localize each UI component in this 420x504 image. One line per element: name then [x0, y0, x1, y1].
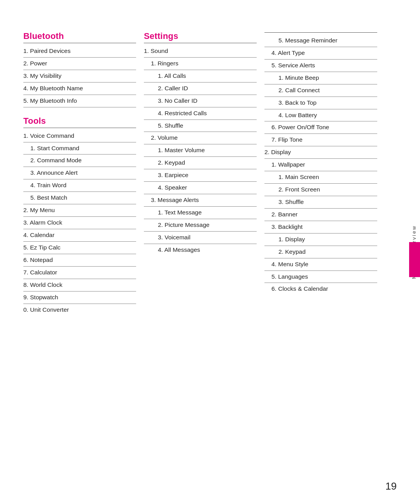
menu-item: 4. My Bluetooth Name [23, 83, 136, 95]
menu-item: 2. Picture Message [144, 219, 257, 232]
menu-item: 7. Flip Tone [264, 134, 377, 146]
section-title: Settings [144, 31, 257, 41]
menu-item: 2. Keypad [264, 246, 377, 258]
menu-item: 2. My Menu [23, 204, 136, 217]
menu-item: 5. Ez Tip Calc [23, 242, 136, 254]
column-2: Settings1. Sound1. Ringers1. All Calls2.… [144, 31, 264, 316]
menu-item: 5. Service Alerts [264, 60, 377, 72]
menu-item: 4. Menu Style [264, 258, 377, 271]
menu-item: 1. Start Command [23, 142, 136, 155]
columns-wrapper: Bluetooth1. Paired Devices2. Power3. My … [23, 31, 397, 316]
menu-item: 7. Calculator [23, 267, 136, 279]
menu-item: 5. Message Reminder [264, 35, 377, 47]
section-title: Tools [23, 116, 136, 126]
menu-item: 1. Wallpaper [264, 159, 377, 171]
column-3: 5. Message Reminder4. Alert Type5. Servi… [264, 31, 397, 316]
menu-item: 1. Text Message [144, 207, 257, 219]
menu-item: 1. Ringers [144, 58, 257, 70]
menu-item: 0. Unit Converter [23, 304, 136, 316]
menu-item: 4. Calendar [23, 229, 136, 242]
menu-item: 5. Shuffle [144, 120, 257, 132]
menu-item: 2. Call Connect [264, 84, 377, 97]
menu-item: 4. Restricted Calls [144, 107, 257, 120]
menu-item: 4. Speaker [144, 182, 257, 194]
menu-item: 3. Back to Top [264, 97, 377, 109]
menu-item: 2. Caller ID [144, 83, 257, 95]
menu-item: 2. Power [23, 58, 136, 70]
section-divider [144, 43, 257, 43]
section-title: Bluetooth [23, 31, 136, 41]
menu-item: 1. Display [264, 234, 377, 246]
menu-item: 6. Power On/Off Tone [264, 121, 377, 134]
menu-item: 1. Paired Devices [23, 45, 136, 58]
menu-item: 2. Keypad [144, 157, 257, 169]
page-number: 19 [385, 480, 397, 492]
menu-item: 1. All Calls [144, 70, 257, 83]
menu-item: 8. World Clock [23, 279, 136, 292]
menu-item: 1. Main Screen [264, 171, 377, 184]
section-spacer [23, 107, 136, 116]
column-1: Bluetooth1. Paired Devices2. Power3. My … [23, 31, 144, 316]
menu-item: 5. My Bluetooth Info [23, 95, 136, 107]
menu-item: 5. Languages [264, 271, 377, 283]
menu-item: 2. Volume [144, 132, 257, 144]
sidebar-tab [409, 242, 420, 277]
menu-item: 5. Best Match [23, 192, 136, 204]
menu-item: 2. Front Screen [264, 184, 377, 196]
menu-item: 9. Stopwatch [23, 292, 136, 304]
menu-item: 4. All Messages [144, 244, 257, 256]
menu-item: 2. Banner [264, 209, 377, 221]
menu-item: 3. Message Alerts [144, 194, 257, 207]
menu-item: 1. Master Volume [144, 144, 257, 157]
menu-item: 1. Voice Command [23, 130, 136, 142]
menu-item: 6. Notepad [23, 254, 136, 267]
menu-item: 3. Backlight [264, 221, 377, 234]
menu-item: 3. Voicemail [144, 232, 257, 244]
menu-item: 4. Alert Type [264, 47, 377, 60]
menu-item: 3. Earpiece [144, 169, 257, 182]
menu-item: 4. Train Word [23, 179, 136, 192]
page-container: Bluetooth1. Paired Devices2. Power3. My … [0, 0, 420, 504]
menu-item: 6. Clocks & Calendar [264, 283, 377, 295]
menu-item: 1. Sound [144, 45, 257, 58]
section-divider [23, 128, 136, 128]
menu-item: 4. Low Battery [264, 109, 377, 122]
menu-item: 3. Alarm Clock [23, 217, 136, 229]
menu-item: 3. Shuffle [264, 196, 377, 209]
section-divider [23, 43, 136, 43]
menu-item: 2. Command Mode [23, 155, 136, 167]
menu-item: 1. Minute Beep [264, 72, 377, 84]
menu-item: 2. Display [264, 146, 377, 159]
section-divider [264, 32, 377, 33]
menu-item: 3. My Visibility [23, 70, 136, 83]
menu-item: 3. Announce Alert [23, 167, 136, 179]
menu-item: 3. No Caller ID [144, 95, 257, 107]
